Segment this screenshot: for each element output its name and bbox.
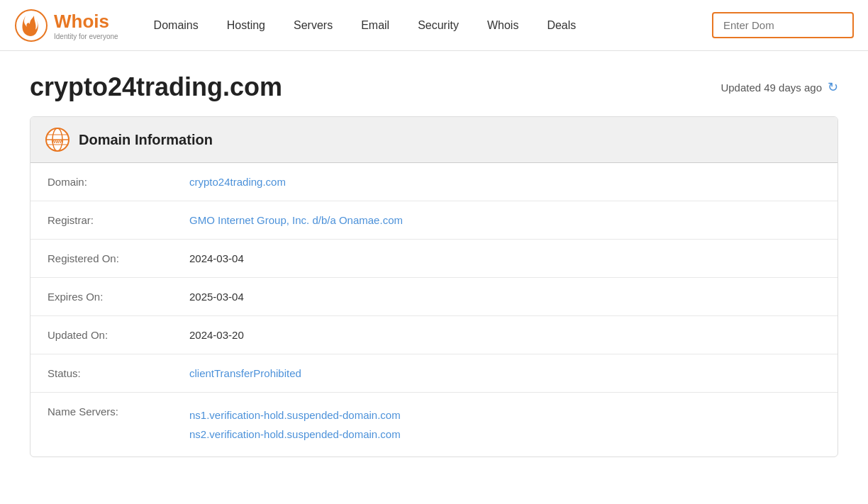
nav-item-deals[interactable]: Deals xyxy=(533,0,590,51)
logo-tagline-label: Identity for everyone xyxy=(54,33,118,40)
table-row: Status: clientTransferProhibited xyxy=(30,354,838,393)
table-row: Registered On: 2024-03-04 xyxy=(30,240,838,278)
domain-info-card: www Domain Information Domain: crypto24t… xyxy=(30,116,838,457)
domain-title-row: crypto24trading.com Updated 49 days ago … xyxy=(30,72,838,102)
domain-search-input[interactable] xyxy=(712,12,854,38)
field-value-expires-on: 2025-03-04 xyxy=(189,291,820,303)
updated-info: Updated 49 days ago ↻ xyxy=(720,79,838,95)
field-label-registered-on: Registered On: xyxy=(48,252,189,264)
nav-item-security[interactable]: Security xyxy=(404,0,473,51)
main-content: crypto24trading.com Updated 49 days ago … xyxy=(16,51,852,471)
table-row: Domain: crypto24trading.com xyxy=(30,163,838,201)
nameserver-1: ns1.verification-hold.suspended-domain.c… xyxy=(189,405,820,425)
field-value-domain: crypto24trading.com xyxy=(189,176,820,188)
card-header: www Domain Information xyxy=(30,117,838,163)
svg-text:www: www xyxy=(51,139,64,144)
field-label-status: Status: xyxy=(48,367,189,379)
table-row: Expires On: 2025-03-04 xyxy=(30,278,838,316)
domain-title: crypto24trading.com xyxy=(30,72,282,102)
main-nav: Domains Hosting Servers Email Security W… xyxy=(140,0,712,51)
nav-item-whois[interactable]: Whois xyxy=(473,0,533,51)
field-value-registered-on: 2024-03-04 xyxy=(189,252,820,264)
field-label-expires-on: Expires On: xyxy=(48,291,189,303)
card-body: Domain: crypto24trading.com Registrar: G… xyxy=(30,163,838,457)
refresh-icon[interactable]: ↻ xyxy=(828,79,838,95)
logo-icon xyxy=(14,9,48,43)
nav-item-servers[interactable]: Servers xyxy=(279,0,347,51)
field-label-nameservers: Name Servers: xyxy=(48,405,189,418)
logo-whois-label: Whois xyxy=(54,11,118,33)
field-label-domain: Domain: xyxy=(48,176,189,188)
table-row: Name Servers: ns1.verification-hold.susp… xyxy=(30,393,838,457)
site-header: Whois Identity for everyone Domains Host… xyxy=(0,0,868,51)
www-globe-icon: www xyxy=(45,127,70,152)
logo-link[interactable]: Whois Identity for everyone xyxy=(14,9,118,43)
field-label-updated-on: Updated On: xyxy=(48,329,189,341)
field-value-status: clientTransferProhibited xyxy=(189,367,820,379)
table-row: Updated On: 2024-03-20 xyxy=(30,316,838,354)
table-row: Registrar: GMO Internet Group, Inc. d/b/… xyxy=(30,201,838,240)
nav-item-email[interactable]: Email xyxy=(347,0,404,51)
updated-label: Updated 49 days ago xyxy=(720,82,822,94)
field-label-registrar: Registrar: xyxy=(48,214,189,226)
field-value-registrar: GMO Internet Group, Inc. d/b/a Onamae.co… xyxy=(189,214,820,226)
logo-text-area: Whois Identity for everyone xyxy=(54,11,118,40)
field-value-nameservers: ns1.verification-hold.suspended-domain.c… xyxy=(189,405,820,444)
card-header-title: Domain Information xyxy=(79,132,213,148)
nav-item-hosting[interactable]: Hosting xyxy=(213,0,279,51)
nav-item-domains[interactable]: Domains xyxy=(140,0,213,51)
field-value-updated-on: 2024-03-20 xyxy=(189,329,820,341)
nameserver-2: ns2.verification-hold.suspended-domain.c… xyxy=(189,425,820,444)
